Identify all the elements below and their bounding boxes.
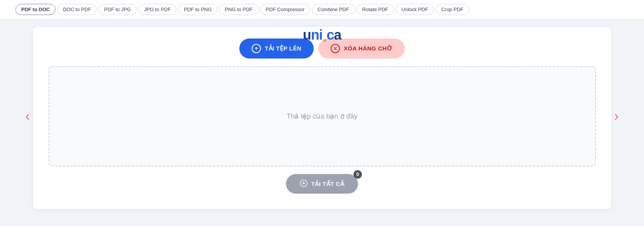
watermark-n: n	[311, 27, 319, 43]
download-all-button-label: TẢI TẤT CẢ	[311, 181, 345, 187]
nav-item-doc-to-pdf[interactable]: DOC to PDF	[57, 4, 97, 15]
clear-button[interactable]: XÓA HÀNG CHỜ	[318, 39, 405, 59]
upload-icon	[252, 44, 261, 53]
nav-item-pdf-to-png[interactable]: PDF to PNG	[178, 4, 217, 15]
main-content: uni.ca TẢI TỆP LÊN XÓA HÀNG CHỜ ‹ Thả tệ…	[33, 27, 611, 209]
nav-item-jpg-to-pdf[interactable]: JPG to PDF	[138, 4, 177, 15]
nav-item-rotate-pdf[interactable]: Rotate PDF	[356, 4, 394, 15]
arrow-right-icon[interactable]: ›	[614, 108, 619, 124]
button-row: uni.ca TẢI TỆP LÊN XÓA HÀNG CHỜ	[239, 39, 405, 59]
upload-button-label: TẢI TỆP LÊN	[265, 45, 301, 52]
nav-item-crop-pdf[interactable]: Crop PDF	[435, 4, 469, 15]
nav-item-png-to-pdf[interactable]: PNG to PDF	[219, 4, 258, 15]
clear-button-label: XÓA HÀNG CHỜ	[344, 45, 392, 52]
download-badge: 0	[353, 170, 362, 179]
drop-zone-wrapper: ‹ Thả tệp của bạn ở đây ›	[49, 66, 596, 166]
nav-item-pdf-to-doc[interactable]: PDF to DOC	[15, 4, 55, 15]
nav-item-combine-pdf[interactable]: Combine PDF	[312, 4, 355, 15]
download-icon	[300, 179, 308, 188]
nav-item-pdf-compressor[interactable]: PDF Compressor	[260, 4, 310, 15]
download-all-button[interactable]: TẢI TẤT CẢ 0	[286, 174, 358, 194]
drop-zone-text: Thả tệp của bạn ở đây	[286, 112, 357, 121]
top-nav: PDF to DOC DOC to PDF PDF to JPG JPG to …	[0, 0, 644, 19]
upload-button[interactable]: TẢI TỆP LÊN	[239, 39, 314, 59]
nav-item-pdf-to-jpg[interactable]: PDF to JPG	[98, 4, 136, 15]
drop-zone[interactable]: Thả tệp của bạn ở đây	[49, 66, 596, 166]
clear-icon	[331, 44, 340, 53]
nav-item-unlock-pdf[interactable]: Unlock PDF	[396, 4, 434, 15]
arrow-left-icon[interactable]: ‹	[25, 108, 30, 124]
